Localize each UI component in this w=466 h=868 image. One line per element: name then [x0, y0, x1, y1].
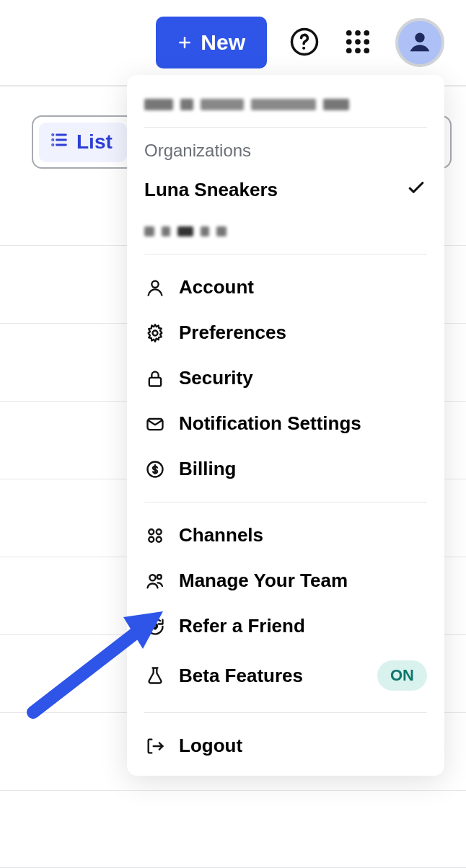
menu-security[interactable]: Security [127, 355, 444, 401]
svg-point-10 [364, 48, 369, 53]
avatar-icon [405, 27, 434, 58]
menu-notification-settings[interactable]: Notification Settings [127, 401, 444, 446]
menu-refer-friend[interactable]: Refer a Friend [127, 603, 444, 649]
svg-point-7 [364, 39, 369, 45]
svg-point-23 [149, 529, 154, 534]
svg-point-25 [149, 536, 154, 541]
plus-icon [177, 35, 192, 50]
list-view-chip[interactable]: List [39, 123, 127, 162]
menu-billing-label: Billing [179, 458, 427, 480]
flask-icon [144, 665, 166, 686]
menu-beta-label: Beta Features [179, 665, 364, 687]
refer-icon [144, 616, 166, 637]
menu-channels[interactable]: Channels [127, 513, 444, 558]
team-icon [144, 570, 166, 592]
menu-preferences-label: Preferences [179, 322, 427, 344]
menu-beta-features[interactable]: Beta Features ON [127, 649, 444, 702]
menu-account-label: Account [179, 276, 427, 298]
lock-icon [144, 368, 166, 389]
channels-icon [144, 525, 166, 546]
beta-on-pill: ON [377, 660, 427, 691]
avatar-button[interactable] [395, 18, 444, 67]
svg-rect-20 [149, 377, 161, 386]
menu-account[interactable]: Account [127, 265, 444, 310]
svg-point-16 [53, 144, 53, 145]
svg-point-27 [149, 575, 155, 580]
svg-point-1 [302, 46, 305, 49]
svg-point-11 [415, 32, 424, 42]
logout-icon [144, 735, 166, 757]
svg-point-18 [151, 280, 158, 287]
menu-manage-team[interactable]: Manage Your Team [127, 558, 444, 603]
help-icon [289, 27, 320, 59]
menu-refer-label: Refer a Friend [179, 615, 427, 637]
new-button[interactable]: New [156, 17, 267, 68]
apps-grid-icon [343, 27, 373, 59]
user-dropdown: Organizations Luna Sneakers Account Pref… [127, 75, 444, 776]
svg-point-4 [364, 30, 369, 35]
menu-security-label: Security [179, 367, 427, 389]
apps-grid-button[interactable] [342, 27, 374, 58]
svg-point-3 [355, 30, 361, 35]
menu-billing[interactable]: Billing [127, 446, 444, 492]
gear-icon [144, 322, 166, 344]
menu-notification-label: Notification Settings [179, 412, 427, 435]
billing-icon [144, 459, 166, 480]
orgs-heading: Organizations [144, 141, 427, 161]
menu-logout[interactable]: Logout [127, 723, 444, 769]
svg-point-24 [157, 529, 162, 534]
new-button-label: New [201, 30, 245, 55]
menu-channels-label: Channels [179, 524, 427, 546]
svg-point-5 [346, 39, 352, 45]
org-name: Luna Sneakers [144, 179, 278, 201]
svg-point-8 [346, 48, 352, 53]
menu-team-label: Manage Your Team [179, 570, 427, 592]
list-chip-label: List [76, 130, 113, 154]
svg-point-12 [53, 134, 53, 135]
menu-preferences[interactable]: Preferences [127, 310, 444, 355]
svg-point-6 [355, 39, 361, 45]
redacted-email [144, 92, 427, 117]
menu-logout-label: Logout [179, 735, 427, 757]
svg-point-19 [153, 330, 158, 335]
top-toolbar: New [0, 0, 466, 87]
account-icon [144, 277, 166, 298]
org-item-luna[interactable]: Luna Sneakers [144, 167, 427, 213]
checkmark-icon [405, 177, 427, 203]
redacted-org[interactable] [144, 219, 427, 244]
svg-point-9 [355, 48, 361, 53]
mail-icon [144, 413, 166, 435]
list-icon [49, 130, 69, 155]
svg-point-26 [157, 536, 162, 541]
help-button[interactable] [289, 27, 320, 58]
svg-point-28 [157, 575, 162, 579]
svg-point-2 [346, 30, 352, 35]
svg-point-14 [53, 139, 53, 140]
